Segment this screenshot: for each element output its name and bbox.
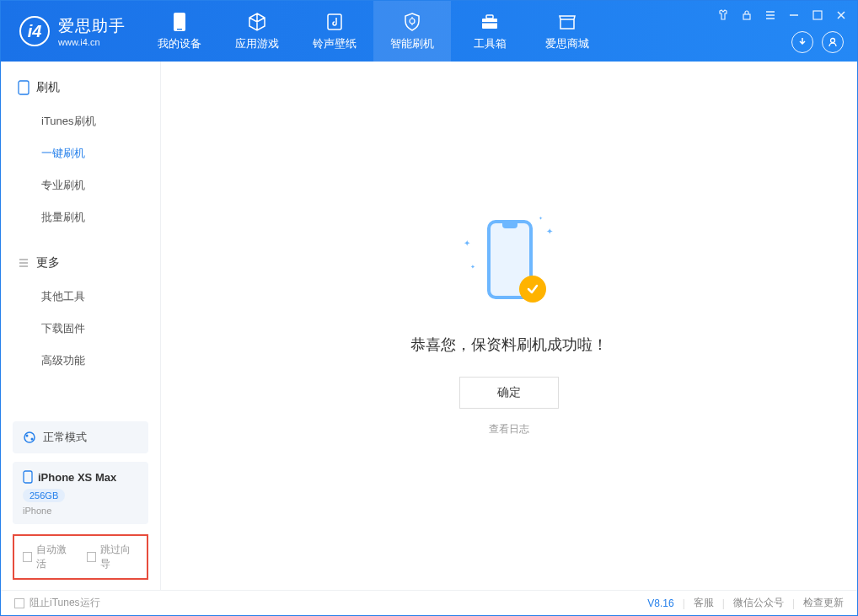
- sidebar-section-more: 更多: [1, 249, 160, 277]
- checkbox-icon: [23, 552, 32, 562]
- footer: 阻止iTunes运行 V8.16 | 客服 | 微信公众号 | 检查更新: [1, 590, 857, 615]
- svg-point-8: [831, 39, 835, 43]
- svg-point-10: [24, 432, 35, 442]
- store-icon: [556, 11, 578, 33]
- cube-icon: [246, 11, 268, 33]
- device-chip[interactable]: iPhone XS Max 256GB iPhone: [13, 462, 148, 524]
- toolbox-icon: [479, 11, 501, 33]
- mode-chip[interactable]: 正常模式: [13, 421, 148, 453]
- sparkle-icon: ✦: [464, 238, 470, 248]
- svg-rect-0: [174, 13, 185, 31]
- logo-icon: i4: [19, 16, 50, 46]
- user-button[interactable]: [822, 31, 844, 53]
- tab-ringtones[interactable]: 铃声壁纸: [296, 1, 373, 62]
- checkbox-skip-guide[interactable]: 跳过向导: [87, 543, 139, 571]
- svg-rect-13: [24, 471, 32, 483]
- sidebar: 刷机 iTunes刷机 一键刷机 专业刷机 批量刷机 更多 其他工具 下载固件 …: [1, 62, 161, 590]
- device-capacity: 256GB: [23, 489, 65, 502]
- checkbox-icon[interactable]: [14, 598, 24, 608]
- shield-icon: [401, 11, 423, 33]
- music-icon: [324, 11, 346, 33]
- lock-icon[interactable]: [739, 8, 754, 23]
- close-button[interactable]: [834, 8, 849, 23]
- download-button[interactable]: [791, 31, 813, 53]
- sidebar-item-advanced[interactable]: 高级功能: [1, 345, 160, 377]
- svg-point-11: [26, 435, 29, 437]
- success-message: 恭喜您，保资料刷机成功啦！: [410, 335, 608, 355]
- sidebar-item-batch-flash[interactable]: 批量刷机: [1, 201, 160, 233]
- svg-rect-1: [177, 29, 182, 30]
- block-itunes-label[interactable]: 阻止iTunes运行: [29, 596, 100, 610]
- svg-rect-3: [482, 19, 497, 29]
- sparkle-icon: ✦: [470, 264, 475, 271]
- tab-apps[interactable]: 应用游戏: [218, 1, 296, 62]
- sidebar-item-itunes-flash[interactable]: iTunes刷机: [1, 105, 160, 137]
- version-label: V8.16: [647, 597, 673, 609]
- svg-rect-6: [743, 14, 750, 19]
- check-badge-icon: [519, 276, 546, 303]
- svg-point-12: [31, 438, 34, 441]
- menu-icon[interactable]: [763, 8, 778, 23]
- main-content: ✦ ✦ ✦ ✦ 恭喜您，保资料刷机成功啦！ 确定 查看日志: [161, 62, 857, 590]
- svg-rect-7: [813, 11, 822, 19]
- sparkle-icon: ✦: [539, 215, 543, 221]
- sparkle-icon: ✦: [546, 227, 553, 236]
- sidebar-item-onekey-flash[interactable]: 一键刷机: [1, 137, 160, 169]
- checkbox-icon: [87, 552, 96, 562]
- checkbox-highlight-box: 自动激活 跳过向导: [13, 534, 148, 580]
- wechat-link[interactable]: 微信公众号: [733, 596, 784, 610]
- tab-store[interactable]: 爱思商城: [528, 1, 606, 62]
- logo-area: i4 爱思助手 www.i4.cn: [1, 1, 141, 62]
- tab-toolbox[interactable]: 工具箱: [451, 1, 528, 62]
- ok-button[interactable]: 确定: [459, 377, 559, 409]
- tab-my-device[interactable]: 我的设备: [141, 1, 218, 62]
- list-icon: [18, 257, 29, 269]
- maximize-button[interactable]: [810, 8, 825, 23]
- device-type: iPhone: [23, 506, 138, 516]
- success-illustration: ✦ ✦ ✦ ✦: [458, 213, 560, 314]
- app-title: 爱思助手: [58, 15, 126, 37]
- app-subtitle: www.i4.cn: [58, 37, 126, 47]
- app-header: i4 爱思助手 www.i4.cn 我的设备 应用游戏 铃声壁纸 智能刷机 工具…: [1, 1, 857, 62]
- window-controls: [716, 8, 849, 23]
- tab-flash[interactable]: 智能刷机: [373, 1, 451, 62]
- main-tabs: 我的设备 应用游戏 铃声壁纸 智能刷机 工具箱 爱思商城: [141, 1, 606, 62]
- support-link[interactable]: 客服: [694, 596, 714, 610]
- svg-rect-5: [482, 22, 497, 24]
- svg-rect-4: [486, 15, 493, 19]
- minimize-button[interactable]: [786, 8, 802, 23]
- svg-rect-9: [19, 81, 29, 94]
- device-icon: [23, 470, 33, 484]
- sidebar-item-other-tools[interactable]: 其他工具: [1, 281, 160, 313]
- mode-icon: [23, 431, 36, 444]
- shirt-icon[interactable]: [716, 8, 731, 23]
- view-log-link[interactable]: 查看日志: [489, 422, 529, 437]
- sidebar-item-pro-flash[interactable]: 专业刷机: [1, 169, 160, 201]
- phone-icon: [18, 80, 29, 95]
- checkbox-auto-activate[interactable]: 自动激活: [23, 543, 75, 571]
- update-link[interactable]: 检查更新: [803, 596, 844, 610]
- sidebar-item-download-firmware[interactable]: 下载固件: [1, 313, 160, 345]
- device-icon: [169, 11, 190, 33]
- sidebar-section-flash: 刷机: [1, 73, 160, 102]
